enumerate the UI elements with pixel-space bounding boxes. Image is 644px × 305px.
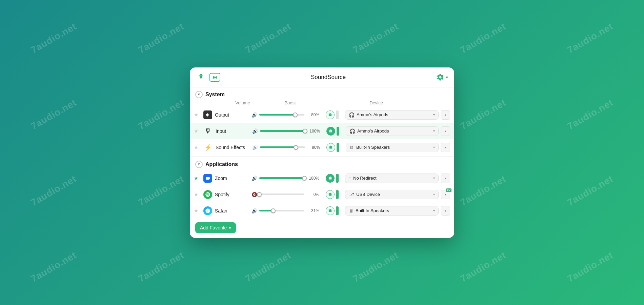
output-boost[interactable] [322, 110, 342, 119]
input-boost[interactable] [323, 127, 343, 136]
spotify-slider-thumb[interactable] [257, 192, 262, 197]
spotify-device-icon: ⎇ [349, 192, 354, 197]
input-slider-fill [260, 130, 305, 132]
safari-star[interactable]: ★ [194, 208, 201, 214]
fx-badge: FX [446, 188, 451, 192]
col-header-boost: Boost [277, 100, 304, 105]
zoom-boost-btn[interactable] [326, 174, 335, 183]
sound-effects-device-label: Built-In Speakers [356, 145, 390, 150]
zoom-icon [203, 174, 212, 183]
spotify-device-selector[interactable]: ⎇ USB Device ▾ [345, 190, 439, 199]
safari-boost-btn[interactable] [326, 206, 335, 215]
input-label: Input [216, 128, 249, 134]
output-device-label: Ammo's Airpods [357, 112, 388, 117]
output-boost-bar [336, 110, 339, 119]
col-header-volume: Volume [209, 100, 277, 105]
sound-effects-device-icon: 🖥 [349, 145, 354, 150]
output-boost-btn[interactable] [326, 110, 335, 119]
zoom-device-icon: ↑ [349, 176, 351, 181]
input-slider-track[interactable] [260, 130, 305, 132]
output-star[interactable]: ★ [194, 112, 201, 118]
sound-effects-slider-track[interactable] [260, 146, 305, 148]
spotify-device-chevron: ▾ [433, 192, 435, 196]
sound-effects-label: Sound Effects [216, 145, 249, 150]
spotify-label: Spotify [215, 192, 249, 197]
safari-row: ★ Safari 🔊 31% 🖥 Built-In Speakers [190, 203, 454, 219]
spotify-slider-track[interactable] [259, 194, 304, 195]
output-device-icon: 🎧 [349, 112, 355, 118]
input-row: ★ 🎙 Input 🔊 100% 🎧 Ammo's Airpods ▾ [190, 123, 454, 139]
sound-effects-slider[interactable]: 🔊 80% [252, 145, 320, 150]
spotify-star[interactable]: ★ [194, 191, 201, 198]
spotify-device-area: ⎇ USB Device ▾ › FX [345, 190, 450, 199]
settings-chevron: ▾ [446, 75, 448, 80]
input-boost-btn[interactable] [326, 127, 335, 136]
sound-effects-boost[interactable] [323, 143, 343, 152]
header-left-icons: ⏭ [196, 72, 220, 82]
spotify-boost[interactable] [322, 190, 342, 199]
safari-slider[interactable]: 🔊 31% [251, 208, 319, 214]
spotify-icon [203, 190, 212, 199]
output-slider-thumb[interactable] [293, 113, 298, 117]
settings-button[interactable]: ▾ [436, 73, 448, 81]
zoom-slider[interactable]: 🔊 180% [251, 176, 319, 181]
safari-device-nav[interactable]: › [441, 206, 450, 216]
safari-boost[interactable] [322, 206, 342, 215]
add-favorite-button[interactable]: Add Favorite ▾ [195, 222, 236, 233]
zoom-row: ★ Zoom 🔊 180% ↑ No Redirect [190, 170, 454, 186]
sound-effects-row: ★ ⚡ Sound Effects 🔊 80% 🖥 Built-In Speak… [190, 139, 454, 156]
system-section-header: ▾ System [190, 87, 454, 100]
output-vol-percent: 80% [306, 113, 319, 117]
output-device-selector[interactable]: 🎧 Ammo's Airpods ▾ [345, 110, 439, 120]
input-slider-thumb[interactable] [303, 129, 307, 134]
spotify-boost-bar [336, 190, 339, 199]
spotify-boost-btn[interactable] [326, 190, 335, 199]
input-device-selector[interactable]: 🎧 Ammo's Airpods ▾ [346, 126, 439, 136]
applications-toggle[interactable]: ▾ [195, 161, 203, 168]
zoom-star[interactable]: ★ [194, 175, 201, 181]
zoom-slider-thumb[interactable] [302, 176, 307, 181]
system-section-title: System [205, 92, 225, 98]
safari-device-chevron: ▾ [433, 209, 435, 212]
sound-effects-boost-bar [337, 143, 339, 152]
safari-device-selector[interactable]: 🖥 Built-In Speakers ▾ [345, 206, 439, 216]
zoom-boost-bar [336, 174, 339, 183]
media-controls-icon[interactable]: ⏭ [209, 73, 220, 82]
zoom-device-label: No Redirect [353, 176, 377, 181]
zoom-slider-track[interactable] [259, 177, 304, 179]
zoom-device-selector[interactable]: ↑ No Redirect ▾ [345, 174, 439, 183]
applications-section-header: ▾ Applications [190, 157, 454, 170]
input-slider[interactable]: 🔊 100% [252, 128, 320, 134]
system-toggle[interactable]: ▾ [195, 91, 203, 98]
output-vol-icon: 🔊 [251, 112, 257, 118]
pin-icon[interactable] [196, 72, 206, 82]
input-device-nav[interactable]: › [441, 126, 450, 136]
sound-effects-icon: ⚡ [203, 143, 213, 152]
safari-slider-thumb[interactable] [271, 208, 276, 213]
panel-header: ⏭ SoundSource ▾ [190, 67, 454, 87]
sound-effects-boost-btn[interactable] [326, 143, 335, 152]
output-slider[interactable]: 🔊 80% [251, 112, 319, 118]
safari-slider-track[interactable] [259, 210, 304, 211]
output-slider-track[interactable] [259, 114, 304, 116]
input-star[interactable]: ★ [194, 128, 201, 134]
safari-device-icon: 🖥 [349, 208, 354, 214]
input-vol-percent: 100% [307, 129, 320, 134]
spotify-device-nav[interactable]: › FX [441, 190, 450, 199]
column-headers: Volume Boost Device [190, 100, 454, 107]
sound-effects-slider-thumb[interactable] [294, 145, 298, 150]
safari-vol-percent: 31% [306, 208, 319, 213]
input-device-label: Ammo's Airpods [357, 128, 389, 134]
input-icon: 🎙 [203, 126, 213, 136]
zoom-device-nav[interactable]: › [441, 174, 450, 183]
spotify-slider[interactable]: 🔇 0% [251, 192, 319, 197]
zoom-boost[interactable] [322, 174, 342, 183]
col-header-device: Device [304, 100, 449, 105]
output-device-nav[interactable]: › [441, 110, 450, 120]
sound-effects-device-nav[interactable]: › [441, 143, 450, 152]
sound-effects-slider-fill [260, 146, 296, 148]
zoom-vol-icon: 🔊 [251, 176, 257, 181]
output-row: ★ Output 🔊 80% 🎧 Ammo's Airpods [190, 107, 454, 123]
sound-effects-star[interactable]: ★ [194, 144, 201, 150]
sound-effects-device-selector[interactable]: 🖥 Built-In Speakers ▾ [346, 143, 439, 152]
